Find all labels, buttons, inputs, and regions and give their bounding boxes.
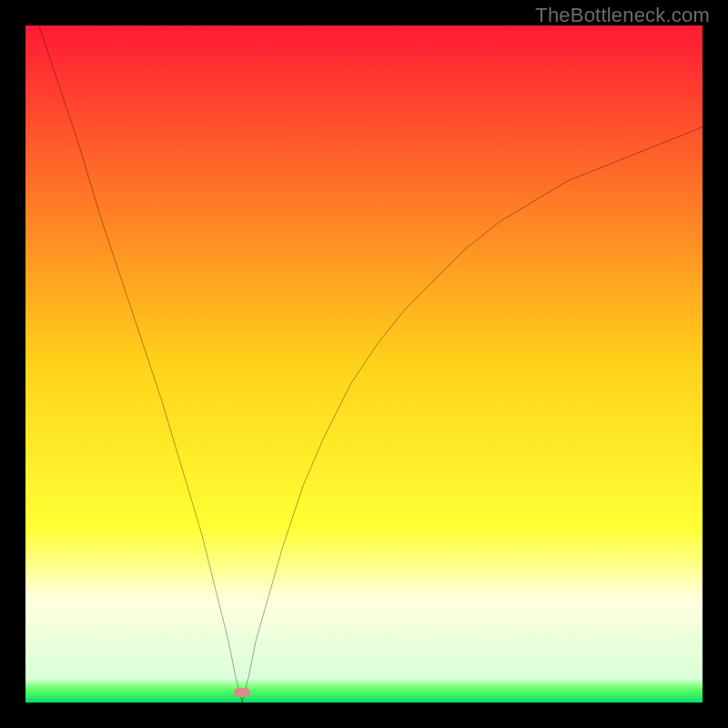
bottleneck-plot xyxy=(25,25,703,703)
minimum-marker xyxy=(234,688,250,697)
watermark-text: TheBottleneck.com xyxy=(535,4,710,27)
chart-frame: TheBottleneck.com xyxy=(0,0,728,728)
